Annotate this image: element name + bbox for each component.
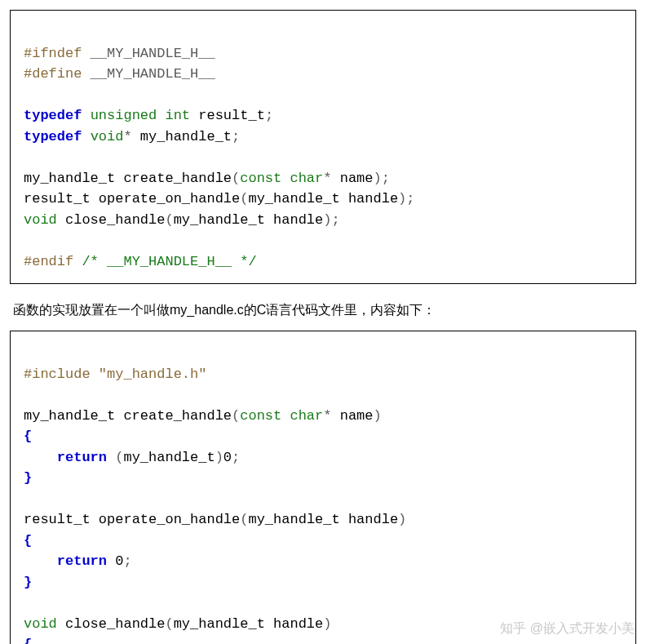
- param-name: handle: [273, 616, 323, 632]
- function-name: close_handle: [65, 212, 165, 228]
- space: [281, 408, 290, 424]
- keyword-return: return: [57, 553, 107, 569]
- paren-close: ): [215, 450, 223, 465]
- preproc: #endif: [24, 254, 73, 269]
- paren-open: (: [240, 191, 248, 207]
- line: void close_handle(my_handle_t handle);: [24, 212, 340, 228]
- type: int: [165, 108, 190, 123]
- line: void close_handle(my_handle_t handle): [24, 616, 331, 632]
- preproc: #ifndef: [24, 46, 82, 61]
- semicolon: ;: [232, 129, 240, 144]
- brace-open: {: [24, 429, 32, 444]
- cast-type: my_handle_t: [123, 450, 215, 465]
- paren-close: ): [323, 212, 331, 228]
- param-name: handle: [348, 512, 398, 527]
- line: #endif /* __MY_HANDLE_H__ */: [24, 254, 257, 269]
- value: 0: [223, 450, 232, 465]
- code-block-header: #ifndef __MY_HANDLE_H__ #define __MY_HAN…: [10, 10, 636, 284]
- space: [82, 129, 90, 144]
- space: [331, 408, 339, 424]
- function-name: close_handle: [65, 616, 165, 632]
- star: *: [323, 171, 331, 186]
- paren-open: (: [240, 512, 248, 527]
- line: typedef void* my_handle_t;: [24, 129, 240, 144]
- return-type: result_t: [24, 512, 99, 527]
- space: [107, 553, 115, 569]
- line: {: [24, 637, 32, 644]
- return-type: my_handle_t: [24, 408, 123, 424]
- description-text: 函数的实现放置在一个叫做my_handle.c的C语言代码文件里，内容如下：: [13, 302, 636, 319]
- paren-open: (: [165, 212, 173, 228]
- line: return (my_handle_t)0;: [24, 450, 240, 465]
- indent: [24, 450, 57, 465]
- line: my_handle_t create_handle(const char* na…: [24, 171, 390, 186]
- param-type: my_handle_t: [174, 616, 273, 632]
- type: unsigned: [91, 108, 157, 123]
- value: 0: [115, 553, 123, 569]
- space: [281, 171, 290, 186]
- space: [132, 129, 140, 144]
- param-name: name: [340, 408, 374, 424]
- identifier: result_t: [198, 108, 265, 123]
- semicolon: ;: [382, 171, 390, 186]
- line: #include "my_handle.h": [24, 366, 206, 382]
- keyword-typedef: typedef: [24, 129, 82, 144]
- code-block-source: #include "my_handle.h" my_handle_t creat…: [10, 331, 636, 644]
- line: result_t operate_on_handle(my_handle_t h…: [24, 191, 415, 207]
- comment: /* __MY_HANDLE_H__ */: [82, 254, 256, 269]
- param-name: handle: [348, 191, 398, 207]
- type-char: char: [290, 171, 323, 186]
- semicolon: ;: [406, 191, 414, 207]
- keyword-return: return: [57, 450, 107, 465]
- brace-close: }: [24, 575, 32, 590]
- space: [57, 616, 65, 632]
- paren-open: (: [232, 408, 240, 424]
- line: {: [24, 533, 32, 549]
- indent: [24, 553, 57, 569]
- return-type: result_t: [24, 191, 99, 207]
- space: [190, 108, 198, 123]
- space: [82, 108, 90, 123]
- function-name: create_handle: [123, 408, 232, 424]
- return-type: void: [24, 212, 57, 228]
- param-name: handle: [273, 212, 323, 228]
- space: [73, 254, 82, 269]
- function-name: create_handle: [123, 171, 232, 186]
- keyword-typedef: typedef: [24, 108, 82, 123]
- line: }: [24, 575, 32, 590]
- star: *: [123, 129, 131, 144]
- param-type: my_handle_t: [248, 512, 347, 527]
- function-name: operate_on_handle: [99, 191, 240, 207]
- identifier: my_handle_t: [140, 129, 232, 144]
- line: }: [24, 470, 32, 486]
- param-type: my_handle_t: [174, 212, 273, 228]
- line: typedef unsigned int result_t;: [24, 108, 273, 123]
- space: [107, 450, 115, 465]
- preproc: #define: [24, 66, 82, 82]
- param-type: my_handle_t: [248, 191, 347, 207]
- space: [57, 212, 65, 228]
- line: result_t operate_on_handle(my_handle_t h…: [24, 512, 406, 527]
- line: #define __MY_HANDLE_H__: [24, 66, 215, 82]
- semicolon: ;: [123, 553, 131, 569]
- line: {: [24, 429, 32, 444]
- param-name: name: [340, 171, 374, 186]
- brace-close: }: [24, 470, 32, 486]
- preproc: #include: [24, 366, 91, 382]
- return-type: my_handle_t: [24, 171, 123, 186]
- paren-close: ): [323, 616, 331, 632]
- paren-open: (: [232, 171, 240, 186]
- paren-close: ): [398, 512, 406, 527]
- return-type: void: [24, 616, 57, 632]
- brace-open: {: [24, 637, 32, 644]
- paren-close: ): [398, 191, 406, 207]
- function-name: operate_on_handle: [99, 512, 240, 527]
- macro-name: __MY_HANDLE_H__: [82, 46, 215, 61]
- keyword-const: const: [240, 408, 281, 424]
- space: [157, 108, 165, 123]
- line: my_handle_t create_handle(const char* na…: [24, 408, 382, 424]
- include-string: "my_handle.h": [99, 366, 207, 382]
- line: #ifndef __MY_HANDLE_H__: [24, 46, 215, 61]
- keyword-const: const: [240, 171, 281, 186]
- semicolon: ;: [331, 212, 339, 228]
